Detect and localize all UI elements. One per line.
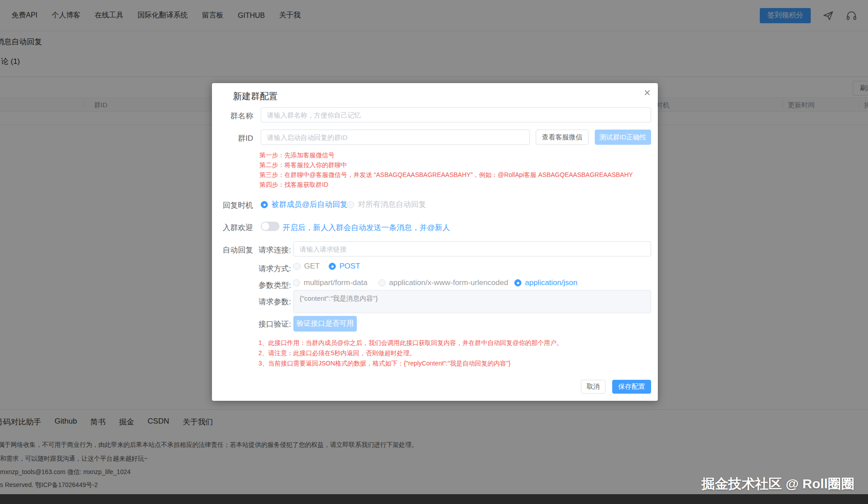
group-id-label: 群ID: [212, 133, 253, 143]
radio-reply-on-mention[interactable]: 被群成员@后自动回复: [261, 199, 347, 210]
radio-selected-icon: [261, 201, 268, 208]
group-name-label: 群名称: [212, 111, 253, 121]
dialog-title: 新建群配置: [233, 90, 278, 102]
new-group-config-dialog: 新建群配置 × 群名称 群ID 查看客服微信 测试群ID正确性 第一步：先添加客…: [212, 83, 658, 401]
radio-label: GET: [304, 262, 320, 271]
step-3: 第三步：在群聊中@客服微信号，并发送 “ASBAGQEAASBAGREAASBA…: [259, 170, 633, 180]
radio-selected-icon: [514, 279, 521, 286]
radio-reply-all-messages[interactable]: 对所有消息自动回复: [347, 199, 426, 210]
param-type-label: 参数类型:: [258, 280, 291, 290]
radio-label: application/json: [525, 278, 577, 287]
group-id-input[interactable]: [261, 130, 530, 145]
radio-method-post[interactable]: POST: [329, 262, 360, 271]
radio-unselected-icon: [293, 263, 301, 270]
request-method-label: 请求方式:: [258, 264, 291, 274]
cancel-button[interactable]: 取消: [581, 380, 605, 394]
close-icon[interactable]: ×: [644, 87, 651, 98]
step-2: 第二步：将客服拉入你的群聊中: [259, 160, 633, 170]
radio-param-json[interactable]: application/json: [514, 278, 577, 287]
radio-selected-icon: [329, 263, 336, 270]
radio-label: application/x-www-form-urlencoded: [389, 278, 508, 287]
test-group-id-button[interactable]: 测试群ID正确性: [595, 130, 651, 145]
save-config-button[interactable]: 保存配置: [612, 380, 651, 394]
watermark-text: 掘金技术社区 @ Roll圈圈: [701, 475, 855, 493]
note-1: 1、此接口作用：当群内成员@你之后，我们会调用此接口获取回复内容，并在群中自动回…: [258, 338, 563, 348]
step-4: 第四步：找客服获取群ID: [259, 180, 633, 189]
radio-label: multipart/form-data: [304, 278, 368, 287]
welcome-hint-text: 开启后，新人入群会自动发送一条消息，并@新人: [283, 223, 450, 233]
radio-param-urlencoded[interactable]: application/x-www-form-urlencoded: [378, 278, 508, 287]
verify-api-button[interactable]: 验证接口是否可用: [293, 316, 357, 332]
request-params-textarea[interactable]: {"content":"我是消息内容"}: [293, 290, 651, 313]
radio-unselected-icon: [293, 279, 300, 286]
reply-timing-label: 回复时机: [212, 200, 253, 210]
radio-param-form-data[interactable]: multipart/form-data: [293, 278, 368, 287]
radio-label: POST: [339, 262, 360, 271]
request-params-label: 请求参数:: [258, 297, 291, 307]
radio-unselected-icon: [347, 201, 354, 208]
note-2: 2、请注意：此接口必须在5秒内返回，否则做超时处理。: [258, 348, 563, 358]
group-name-input[interactable]: [261, 107, 651, 122]
request-link-label: 请求连接:: [258, 245, 291, 255]
welcome-toggle[interactable]: [261, 222, 279, 231]
auto-reply-label: 自动回复: [212, 245, 253, 255]
step-1: 第一步：先添加客服微信号: [259, 150, 633, 160]
group-id-steps: 第一步：先添加客服微信号 第二步：将客服拉入你的群聊中 第三步：在群聊中@客服微…: [259, 150, 633, 189]
welcome-label: 入群欢迎: [212, 223, 253, 233]
radio-method-get[interactable]: GET: [293, 262, 320, 271]
radio-label: 对所有消息自动回复: [358, 199, 426, 210]
api-verify-label: 接口验证:: [258, 319, 291, 329]
radio-unselected-icon: [378, 279, 385, 286]
view-service-wechat-button[interactable]: 查看客服微信: [536, 130, 589, 145]
radio-label: 被群成员@后自动回复: [271, 199, 347, 210]
request-link-input[interactable]: [293, 241, 651, 256]
note-3: 3、当前接口需要返回JSON格式的数据，格式如下：{"replyContent"…: [258, 358, 563, 369]
api-notes: 1、此接口作用：当群内成员@你之后，我们会调用此接口获取回复内容，并在群中自动回…: [258, 338, 563, 369]
